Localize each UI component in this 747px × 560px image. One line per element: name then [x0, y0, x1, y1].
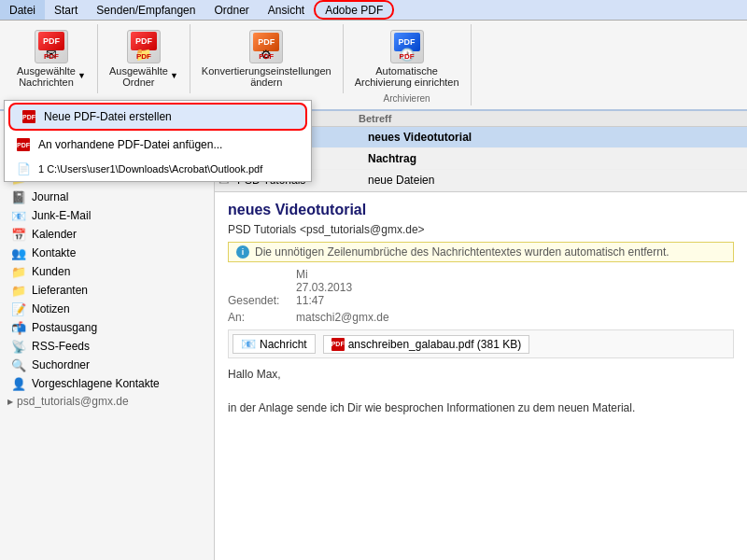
konvert-pdf-icon: PDF ⚙	[249, 30, 283, 63]
btn-ausgewaehlte-nachrichten[interactable]: PDF ✉ AusgewählteNachrichten ▼	[13, 26, 90, 91]
menu-datei[interactable]: Datei	[0, 0, 45, 20]
kontakte-icon: 👥	[11, 245, 26, 260]
archiv-pdf-icon: PDF 🕐	[390, 30, 424, 63]
ribbon-group-archiv: PDF 🕐 AutomatischeArchivierung einrichte…	[344, 24, 472, 105]
postausgang-icon: 📬	[11, 320, 26, 335]
neue-pdf-icon: PDF	[21, 109, 36, 124]
dropdown-item-anfuegen-label: An vorhandene PDF-Datei anfügen...	[38, 138, 222, 151]
attachment-nachricht[interactable]: 📧 Nachricht	[233, 334, 316, 354]
menu-adobe-pdf[interactable]: Adobe PDF	[314, 0, 394, 20]
sidebar-item-lieferanten-label: Lieferanten	[32, 284, 88, 297]
preview-body-line3: in der Anlage sende ich Dir wie besproch…	[228, 399, 734, 416]
email-subject-2: neue Dateien	[368, 174, 743, 187]
vorgeschlagen-icon: 👤	[11, 376, 26, 391]
btn-konvertierung[interactable]: PDF ⚙ Konvertierungseinstellungenändern	[198, 26, 335, 91]
col-header-betreff: Betreff	[359, 113, 743, 124]
dropdown-item-neue-pdf-label: Neue PDF-Datei erstellen	[44, 110, 172, 123]
sidebar-item-suchordner-label: Suchordner	[32, 358, 90, 371]
sidebar-item-notizen-label: Notizen	[32, 302, 70, 315]
sidebar-item-postausgang[interactable]: 📬 Postausgang	[0, 318, 214, 337]
attachment-pdf-icon: PDF	[331, 338, 345, 351]
journal-icon: 📓	[11, 189, 26, 204]
sidebar-item-suchordner[interactable]: 🔍 Suchordner	[0, 356, 214, 374]
preview-sender-name: PSD Tutorials	[228, 223, 296, 236]
kalender-icon: 📅	[11, 227, 26, 242]
sidebar-item-vorgeschlagen-label: Vorgeschlagene Kontakte	[32, 377, 160, 390]
sidebar-account[interactable]: psd_tutorials@gmx.de	[0, 393, 214, 410]
ribbon-group-ordner: PDF 📁 AusgewählteOrdner ▼	[98, 24, 190, 93]
sidebar-item-kunden-label: Kunden	[32, 265, 70, 278]
nachrichten-pdf-icon: PDF ✉	[35, 30, 68, 63]
dropdown-item-anfuegen[interactable]: PDF An vorhandene PDF-Datei anfügen...	[5, 133, 311, 157]
dropdown-menu: PDF Neue PDF-Datei erstellen PDF An vorh…	[4, 100, 312, 182]
sidebar-item-journal-label: Journal	[32, 190, 68, 203]
sidebar-account-label: psd_tutorials@gmx.de	[17, 395, 129, 408]
sidebar-item-notizen[interactable]: 📝 Notizen	[0, 300, 214, 318]
sidebar-item-kontakte-label: Kontakte	[32, 246, 76, 259]
sidebar-item-rss[interactable]: 📡 RSS-Feeds	[0, 337, 214, 356]
btn-archivieren[interactable]: PDF 🕐 AutomatischeArchivierung einrichte…	[351, 26, 463, 91]
sidebar-item-kalender-label: Kalender	[32, 228, 77, 241]
rss-icon: 📡	[11, 339, 26, 354]
preview-attachments: 📧 Nachricht PDF anschreiben_galabau.pdf …	[228, 329, 734, 358]
kunden-icon: 📁	[11, 264, 26, 279]
gesendet-value: Mi 27.03.2013 11:47	[296, 268, 361, 307]
preview-body: Hallo Max, in der Anlage sende ich Dir w…	[228, 366, 734, 416]
ribbon-group-konvert: PDF ⚙ Konvertierungseinstellungenändern	[190, 24, 344, 93]
anfuegen-icon: PDF	[16, 137, 31, 152]
email-subject-1: Nachtrag	[368, 152, 743, 165]
info-icon: i	[236, 245, 249, 259]
preview-sender: PSD Tutorials <psd_tutorials@gmx.de>	[228, 222, 734, 236]
preview-title: neues Videotutorial	[228, 202, 734, 218]
preview-meta-gesendet: Gesendet: Mi 27.03.2013 11:47	[228, 268, 734, 307]
lieferanten-icon: 📁	[11, 283, 26, 298]
menu-ordner[interactable]: Ordner	[204, 0, 258, 20]
menu-ansicht[interactable]: Ansicht	[259, 0, 314, 20]
archiv-label: AutomatischeArchivierung einrichten	[355, 65, 459, 88]
sidebar-item-junk-label: Junk-E-Mail	[32, 209, 91, 222]
suchordner-icon: 🔍	[11, 357, 26, 372]
sidebar-item-kontakte[interactable]: 👥 Kontakte	[0, 244, 214, 262]
dropdown-item-recent[interactable]: 📄 1 C:\Users\user1\Downloads\Acrobat\Out…	[5, 157, 311, 181]
an-value: matschi2@gmx.de	[296, 311, 361, 324]
recent-icon: 📄	[16, 161, 31, 176]
ribbon-group-nachrichten: PDF ✉ AusgewählteNachrichten ▼	[6, 24, 98, 93]
attachment-nachricht-icon: 📧	[241, 337, 256, 351]
sidebar-item-kalender[interactable]: 📅 Kalender	[0, 225, 214, 244]
konvert-label: Konvertierungseinstellungenändern	[202, 65, 331, 88]
preview-meta-an: An: matschi2@gmx.de	[228, 311, 734, 324]
btn-ausgewaehlte-ordner[interactable]: PDF 📁 AusgewählteOrdner ▼	[106, 26, 182, 91]
sidebar-item-lieferanten[interactable]: 📁 Lieferanten	[0, 281, 214, 300]
menu-start[interactable]: Start	[45, 0, 87, 20]
sidebar-item-rss-label: RSS-Feeds	[32, 340, 90, 353]
preview-body-line1: Hallo Max,	[228, 366, 734, 383]
sidebar-item-journal[interactable]: 📓 Journal	[0, 188, 214, 206]
menu-senden-empfangen[interactable]: Senden/Empfangen	[87, 0, 204, 20]
dropdown-item-neue-pdf[interactable]: PDF Neue PDF-Datei erstellen	[8, 103, 307, 131]
dropdown-item-recent-label: 1 C:\Users\user1\Downloads\Acrobat\Outlo…	[38, 163, 262, 175]
attachment-nachricht-label: Nachricht	[260, 338, 307, 351]
sidebar-item-postausgang-label: Postausgang	[32, 321, 97, 334]
nachrichten-label: AusgewählteNachrichten	[17, 65, 76, 88]
sidebar-item-junk[interactable]: 📧 Junk-E-Mail	[0, 206, 214, 225]
email-subject-0: neues Videotutorial	[368, 131, 743, 144]
preview-pane: neues Videotutorial PSD Tutorials <psd_t…	[215, 192, 747, 560]
ordner-pdf-icon: PDF 📁	[127, 30, 161, 63]
menu-bar: Datei Start Senden/Empfangen Ordner Ansi…	[0, 0, 747, 21]
attachment-pdf[interactable]: PDF anschreiben_galabau.pdf (381 KB)	[323, 335, 529, 354]
sidebar-item-kunden[interactable]: 📁 Kunden	[0, 262, 214, 281]
archiv-group-label: Archivieren	[384, 93, 430, 104]
ordner-label: AusgewählteOrdner	[109, 65, 168, 88]
gesendet-label: Gesendet:	[228, 294, 293, 307]
junk-icon: 📧	[11, 208, 26, 223]
preview-info-bar: i Die unnötigen Zeilenumbrüche des Nachr…	[228, 242, 734, 262]
notizen-icon: 📝	[11, 301, 26, 316]
sidebar-item-vorgeschlagen[interactable]: 👤 Vorgeschlagene Kontakte	[0, 374, 214, 393]
ribbon: PDF ✉ AusgewählteNachrichten ▼ PDF 📁 Aus…	[0, 21, 747, 111]
preview-sender-email: <psd_tutorials@gmx.de>	[300, 223, 425, 236]
an-label: An:	[228, 311, 293, 324]
preview-info-text: Die unnötigen Zeilenumbrüche des Nachric…	[255, 245, 669, 259]
attachment-pdf-label: anschreiben_galabau.pdf (381 KB)	[348, 338, 521, 351]
